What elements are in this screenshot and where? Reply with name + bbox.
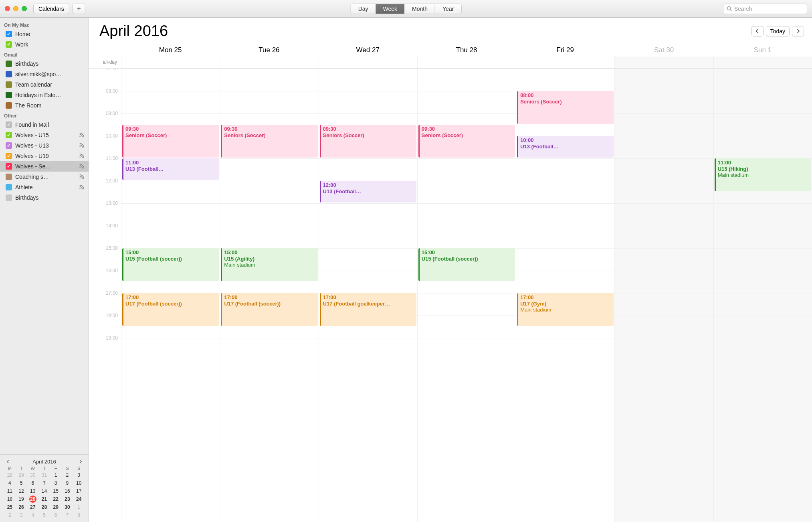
mini-day[interactable]: 22 [50,496,62,503]
mini-day[interactable]: 29 [16,471,27,479]
mini-day[interactable]: 6 [27,480,38,487]
mini-prev-month-button[interactable] [4,458,11,465]
mini-day[interactable]: 30 [27,471,38,479]
close-window-button[interactable] [5,6,10,11]
minimize-window-button[interactable] [13,6,18,11]
calendar-event[interactable]: 11:00U13 (Football… [122,158,219,180]
calendars-toggle-button[interactable]: Calendars [33,4,69,14]
mini-day[interactable]: 30 [62,504,73,511]
mini-day[interactable]: 4 [27,512,38,519]
prev-week-button[interactable] [751,26,764,36]
calendar-event[interactable]: 09:30Seniors (Soccer) [122,125,219,158]
sidebar-calendar-item[interactable]: Birthdays [0,59,89,69]
mini-calendar-grid[interactable]: MTWTFSS282930311234567891011121314151617… [4,466,85,519]
calendar-event[interactable]: 11:00U15 (Hiking)Main stadium [715,158,811,191]
calendar-event[interactable]: 08:00Seniors (Soccer) [517,91,614,124]
sidebar-calendar-item[interactable]: Wolves - Se… [0,161,89,172]
sidebar-calendar-item[interactable]: Team calendar [0,79,89,90]
calendar-checkbox[interactable] [6,142,12,149]
mini-day[interactable]: 2 [4,512,16,519]
calendar-event[interactable]: 09:30Seniors (Soccer) [418,125,515,158]
day-column[interactable]: 09:30Seniors (Soccer)12:00U13 (Football…… [319,69,417,522]
sidebar-calendar-item[interactable]: Holidays in Esto… [0,90,89,100]
sidebar-calendar-item[interactable]: Athlete [0,182,89,192]
mini-next-month-button[interactable] [77,458,85,465]
today-button[interactable]: Today [766,26,790,36]
calendar-checkbox[interactable] [6,41,12,48]
sidebar-calendar-item[interactable]: Wolves - U13 [0,140,89,151]
sidebar-calendar-item[interactable]: Work [0,39,89,50]
calendar-event[interactable]: 09:30Seniors (Soccer) [320,125,416,158]
sidebar-calendar-item[interactable]: silver.mikk@spo… [0,69,89,79]
view-tab-month[interactable]: Month [405,4,435,14]
mini-day[interactable]: 14 [38,488,50,495]
mini-day[interactable]: 4 [4,480,16,487]
mini-day[interactable]: 3 [16,512,27,519]
day-column[interactable]: 08:00Seniors (Soccer)10:00U13 (Football…… [516,69,614,522]
search-field[interactable]: Search [723,4,807,14]
mini-day[interactable]: 24 [73,496,85,503]
all-day-cell[interactable] [121,57,220,68]
sidebar-calendar-item[interactable]: Coaching s… [0,172,89,182]
next-week-button[interactable] [792,26,804,36]
view-tab-year[interactable]: Year [435,4,461,14]
calendar-event[interactable]: 15:00U15 (Football (soccer)) [418,248,515,281]
mini-day[interactable]: 3 [73,471,85,479]
mini-day[interactable]: 11 [4,488,16,495]
mini-day[interactable]: 6 [50,512,62,519]
sidebar-calendar-item[interactable]: Found in Mail [0,119,89,130]
mini-day[interactable]: 27 [27,504,38,511]
calendar-checkbox[interactable] [6,31,12,37]
calendar-checkbox[interactable] [6,121,12,128]
mini-day[interactable]: 8 [50,480,62,487]
calendar-event[interactable]: 15:00U15 (Football (soccer)) [122,248,219,281]
mini-day[interactable]: 9 [62,480,73,487]
calendar-event[interactable]: 12:00U13 (Football… [320,181,416,202]
zoom-window-button[interactable] [22,6,27,11]
all-day-cell[interactable] [713,57,812,68]
all-day-cell[interactable] [417,57,516,68]
mini-day[interactable]: 26 [16,504,27,511]
calendar-event[interactable]: 17:00U17 (Football goalkeeper… [320,293,416,326]
mini-day[interactable]: 1 [50,471,62,479]
mini-day[interactable]: 7 [38,480,50,487]
mini-day[interactable]: 8 [73,512,85,519]
day-column[interactable] [614,69,713,522]
view-tab-week[interactable]: Week [376,4,405,14]
mini-day[interactable]: 15 [50,488,62,495]
mini-day[interactable]: 5 [38,512,50,519]
time-grid[interactable]: 07:0008:0009:0010:0011:0012:0013:0014:00… [89,69,812,522]
mini-day[interactable]: 21 [38,496,50,503]
sidebar-calendar-item[interactable]: Birthdays [0,192,89,203]
day-column[interactable]: 09:30Seniors (Soccer)11:00U13 (Football…… [121,69,220,522]
day-column[interactable]: 11:00U15 (Hiking)Main stadium [713,69,812,522]
sidebar-calendar-item[interactable]: Wolves - U19 [0,151,89,161]
day-column[interactable]: 09:30Seniors (Soccer)15:00U15 (Agility)M… [220,69,318,522]
calendar-event[interactable]: 17:00U17 (Football (soccer)) [122,293,219,326]
mini-day[interactable]: 23 [62,496,73,503]
sidebar-calendar-item[interactable]: Home [0,29,89,39]
mini-day[interactable]: 13 [27,488,38,495]
all-day-cell[interactable] [614,57,713,68]
day-column[interactable]: 09:30Seniors (Soccer)15:00U15 (Football … [417,69,516,522]
mini-day[interactable]: 12 [16,488,27,495]
calendar-event[interactable]: 17:00U17 (Football (soccer)) [221,293,317,326]
mini-day[interactable]: 10 [73,480,85,487]
mini-day[interactable]: 17 [73,488,85,495]
mini-day[interactable]: 20 [27,496,38,503]
mini-day[interactable]: 16 [62,488,73,495]
mini-day[interactable]: 5 [16,480,27,487]
mini-day[interactable]: 18 [4,496,16,503]
view-tab-day[interactable]: Day [351,4,376,14]
mini-day[interactable]: 19 [16,496,27,503]
mini-day[interactable]: 1 [73,504,85,511]
mini-day[interactable]: 31 [38,471,50,479]
calendar-checkbox[interactable] [6,132,12,138]
all-day-cell[interactable] [516,57,614,68]
all-day-cell[interactable] [319,57,417,68]
sidebar-calendar-item[interactable]: The Room [0,100,89,111]
sidebar-calendar-item[interactable]: Wolves - U15 [0,130,89,140]
calendar-event[interactable]: 09:30Seniors (Soccer) [221,125,317,158]
all-day-cell[interactable] [220,57,318,68]
calendar-event[interactable]: 17:00U17 (Gym)Main stadium [517,293,614,326]
